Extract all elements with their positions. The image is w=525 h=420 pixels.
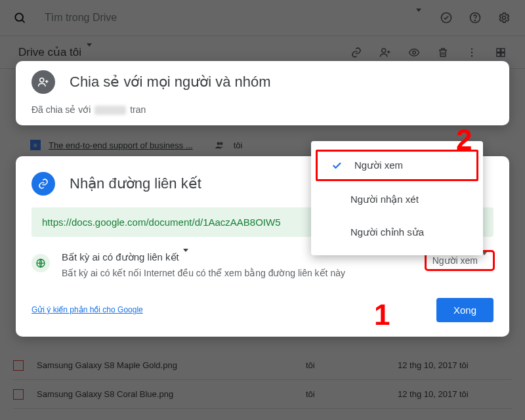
- done-button[interactable]: Xong: [436, 298, 494, 322]
- role-option-label: Người nhận xét: [350, 194, 419, 205]
- get-link-title: Nhận đường liên kết: [70, 175, 201, 192]
- person-add-icon: [32, 70, 55, 94]
- share-people-card: Chia sẻ với mọi người và nhóm Đã chia sẻ…: [16, 61, 509, 125]
- share-people-title: Chia sẻ với mọi người và nhóm: [70, 74, 271, 91]
- access-scope-dropdown[interactable]: Bất kỳ ai có đường liên kết: [62, 251, 345, 263]
- check-icon: [331, 159, 343, 171]
- chevron-down-icon: [183, 252, 188, 263]
- role-option-commenter[interactable]: Người nhận xét: [311, 183, 483, 216]
- svg-point-19: [40, 78, 44, 82]
- role-option-viewer[interactable]: Người xem: [315, 149, 479, 182]
- role-option-editor[interactable]: Người chỉnh sửa: [311, 216, 483, 249]
- chevron-down-icon: [482, 255, 487, 266]
- send-feedback-link[interactable]: Gửi ý kiến phản hồi cho Google: [32, 305, 143, 314]
- role-dropdown-menu: Người xem Người nhận xét Người chỉnh sửa: [311, 141, 483, 255]
- access-scope-description: Bất kỳ ai có kết nối Internet đều có thể…: [62, 267, 345, 280]
- role-option-label: Người chỉnh sửa: [350, 226, 424, 238]
- annotation-1: 1: [374, 299, 390, 331]
- annotation-2: 2: [456, 123, 472, 156]
- redacted-name: [94, 106, 126, 115]
- shared-with-text: Đã chia sẻ với tran: [32, 104, 494, 115]
- role-option-label: Người xem: [354, 159, 403, 171]
- globe-icon: [32, 254, 50, 272]
- link-icon: [32, 172, 55, 196]
